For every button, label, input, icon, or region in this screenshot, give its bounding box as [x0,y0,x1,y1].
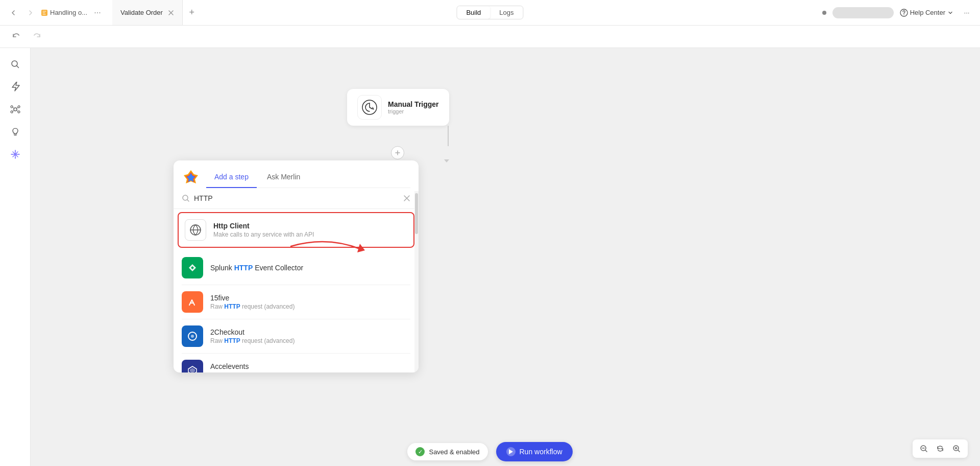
trigger-node[interactable]: Manual Trigger trigger [347,89,449,126]
svg-point-7 [11,111,13,113]
svg-point-2 [903,14,904,15]
saved-badge: ✓ Saved & enabled [407,443,487,460]
undo-button[interactable] [8,29,24,45]
checkout-name: 2Checkout [210,328,295,336]
trigger-title: Manual Trigger [388,100,439,108]
add-step-button[interactable] [391,146,404,159]
canvas: Manual Trigger trigger [31,48,980,466]
run-workflow-button[interactable]: Run workflow [496,442,573,461]
svg-point-5 [11,106,13,108]
svg-marker-26 [190,368,195,372]
add-tab-icon: + [189,7,195,18]
breadcrumb-text: Handling o... [50,9,87,16]
checkout-text: 2Checkout Raw HTTP request (advanced) [210,328,295,344]
arrow-indicator [444,159,449,162]
left-sidebar [0,48,31,466]
forward-button[interactable] [23,6,38,20]
svg-point-6 [18,106,20,108]
svg-marker-28 [509,449,513,454]
http-client-icon [185,219,206,241]
accelevents-icon [182,360,203,372]
toolbar2 [0,26,980,48]
result-accelevents[interactable]: Accelevents Raw HTTP request (adv... [174,354,419,372]
annotation-arrow [286,231,368,264]
sidebar-icon-network[interactable] [5,99,26,120]
saved-label: Saved & enabled [429,448,479,456]
logs-button[interactable]: Logs [490,6,523,19]
result-15five[interactable]: 15five Raw HTTP request (advanced) [174,285,419,319]
panel-tabs: Add a step Ask Merlin [206,167,410,188]
run-workflow-label: Run workflow [520,448,562,456]
merlin-logo [182,168,200,187]
bottom-bar: ✓ Saved & enabled Run workflow [0,437,980,466]
breadcrumb-more-button[interactable]: ··· [90,6,105,20]
panel-search-bar [174,188,419,209]
search-icon [182,194,190,202]
checkout-icon [182,325,203,347]
accelevents-desc: Raw HTTP request (adv... [210,371,281,372]
fifteen-icon [182,291,203,313]
trigger-info: Manual Trigger trigger [388,100,439,114]
scrollbar-track [414,191,419,372]
tab-label: Validate Order [120,9,163,16]
main-area: Manual Trigger trigger [0,48,980,466]
saved-check-icon: ✓ [415,447,425,456]
sidebar-icon-trigger[interactable] [5,77,26,97]
redo-button[interactable] [29,29,45,45]
build-button[interactable]: Build [457,6,490,19]
splunk-icon [182,257,203,278]
user-pill [832,7,894,18]
fifteen-desc: Raw HTTP request (advanced) [210,303,295,310]
trigger-icon-box [357,95,382,120]
fifteen-text: 15five Raw HTTP request (advanced) [210,294,295,310]
svg-point-24 [191,335,194,338]
topbar-center: Build Logs [456,6,523,19]
back-button[interactable] [6,6,20,20]
topbar: Handling o... ··· Validate Order + Build… [0,0,980,26]
status-indicator [822,11,826,15]
help-center-button[interactable]: Help Center [900,9,953,17]
trigger-sub: trigger [388,108,439,114]
tab-ask-merlin[interactable]: Ask Merlin [259,167,308,188]
run-icon [506,447,516,456]
tab-validate-order[interactable]: Validate Order [112,0,183,25]
sidebar-icon-search[interactable] [5,54,26,75]
panel-header: Add a step Ask Merlin [174,160,419,188]
topbar-right: Help Center ··· [822,6,974,20]
splunk-name: Splunk HTTP Event Collector [210,264,303,272]
search-input[interactable] [194,194,399,202]
build-logs-toggle: Build Logs [456,6,523,19]
scrollbar-thumb[interactable] [415,193,418,234]
sidebar-icon-ideas[interactable] [5,122,26,142]
topbar-left: Handling o... ··· [6,6,108,20]
connector-line-1 [448,126,449,146]
search-clear-button[interactable] [403,195,410,202]
tab-add-step[interactable]: Add a step [206,167,257,188]
topbar-more-button[interactable]: ··· [960,6,974,20]
accelevents-name: Accelevents [210,362,281,370]
sidebar-icon-sparkle[interactable] [5,144,26,165]
breadcrumb: Handling o... [41,9,87,16]
fifteen-name: 15five [210,294,295,302]
add-tab-button[interactable]: + [183,0,201,25]
help-center-label: Help Center [910,9,945,16]
checkout-desc: Raw HTTP request (advanced) [210,337,295,344]
splunk-text: Splunk HTTP Event Collector [210,264,303,272]
svg-point-3 [12,61,17,66]
accelevents-text: Accelevents Raw HTTP request (adv... [210,362,281,372]
svg-point-8 [18,111,20,113]
add-step-panel: Add a step Ask Merlin [174,160,419,372]
http-client-name: Http Client [213,222,314,230]
result-2checkout[interactable]: 2Checkout Raw HTTP request (advanced) [174,319,419,353]
